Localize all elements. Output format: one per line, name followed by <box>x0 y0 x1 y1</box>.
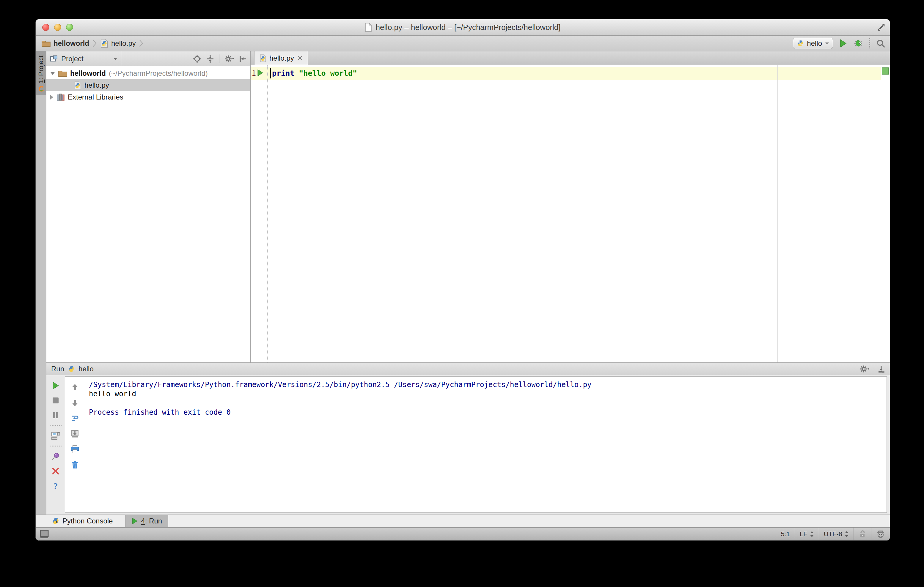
toolbar-separator <box>50 425 61 426</box>
settings-gear-icon[interactable] <box>860 365 870 373</box>
project-view-select[interactable]: Project <box>50 51 121 66</box>
print-icon[interactable] <box>65 441 85 457</box>
settings-gear-icon[interactable] <box>224 55 234 63</box>
run-tool-window-tab[interactable]: 4: Run <box>125 515 168 527</box>
help-button[interactable]: ? <box>46 478 65 493</box>
tree-node-name: External Libraries <box>68 93 124 101</box>
inspection-stripe[interactable] <box>881 65 890 362</box>
project-folder-icon <box>58 70 67 77</box>
collapse-all-icon[interactable] <box>206 55 214 63</box>
run-configuration-select[interactable]: hello <box>793 38 833 49</box>
python-console-tab[interactable]: Python Console <box>48 515 117 527</box>
stop-button[interactable] <box>46 393 65 408</box>
pause-button[interactable] <box>46 408 65 423</box>
toolbar-separator <box>50 446 61 447</box>
spinner-arrows-icon <box>845 531 849 538</box>
pin-tab-button[interactable] <box>46 449 65 464</box>
chevron-right-icon <box>139 39 144 48</box>
editor-tab-hello-py[interactable]: hello.py ✕ <box>254 51 308 65</box>
console-line-stdout: hello world <box>89 390 886 399</box>
hide-panel-down-icon[interactable] <box>877 365 885 373</box>
console-output[interactable]: /System/Library/Frameworks/Python.framew… <box>85 377 886 513</box>
collapsed-arrow-icon[interactable] <box>50 94 53 100</box>
editor-gutter: 1 <box>251 65 268 362</box>
line-number: 1 <box>251 67 256 80</box>
python-file-icon <box>259 54 266 62</box>
project-tree: helloworld (~/PycharmProjects/helloworld… <box>46 66 250 362</box>
toggle-toolwindows-icon[interactable] <box>39 529 50 539</box>
line-separator-widget[interactable]: LF <box>795 528 819 540</box>
editor-tab-label: hello.py <box>269 54 294 62</box>
project-view-icon <box>50 55 58 62</box>
hector-inspector-icon <box>876 530 885 538</box>
tree-node-path: (~/PycharmProjects/helloworld) <box>109 69 208 77</box>
tree-row-hello-py[interactable]: hello.py <box>46 79 250 91</box>
minimize-window-button[interactable] <box>54 24 61 31</box>
line-separator-value: LF <box>800 530 807 538</box>
inspection-ok-indicator[interactable] <box>882 67 889 74</box>
project-tool-window-tab[interactable]: 1: Project <box>36 51 46 95</box>
soft-wrap-icon[interactable] <box>65 411 85 426</box>
down-stack-trace-icon[interactable] <box>65 395 85 411</box>
encoding-widget[interactable]: UTF-8 <box>819 528 853 540</box>
breadcrumb-file[interactable]: hello.py <box>100 39 136 48</box>
status-bar: 5:1 LF UTF-8 <box>36 527 890 540</box>
spinner-arrows-icon <box>810 531 814 538</box>
up-stack-trace-icon[interactable] <box>65 380 85 395</box>
expand-window-icon[interactable] <box>877 23 886 32</box>
navigation-bar: helloworld hello.py hello <box>36 36 890 51</box>
caret-position-widget[interactable]: 5:1 <box>776 528 795 540</box>
close-panel-button[interactable] <box>46 464 65 478</box>
run-arrow-icon <box>131 518 138 525</box>
editor-body[interactable]: 1 print "hello world" <box>251 65 890 362</box>
gutter-run-arrow-icon[interactable] <box>257 69 264 77</box>
inspection-profile-widget[interactable] <box>871 528 890 540</box>
readonly-lock-widget[interactable] <box>853 528 871 540</box>
text-caret <box>270 68 271 79</box>
rerun-button[interactable] <box>46 378 65 393</box>
pycharm-project-icon <box>38 86 44 92</box>
python-icon <box>797 40 804 47</box>
search-icon[interactable] <box>876 39 885 48</box>
unlock-icon <box>859 530 866 538</box>
python-icon <box>68 365 75 373</box>
traffic-lights <box>42 24 73 31</box>
debug-bug-button[interactable] <box>853 39 863 48</box>
python-console-icon <box>52 517 59 525</box>
chevron-down-icon <box>113 58 117 60</box>
zoom-window-button[interactable] <box>66 24 73 31</box>
project-tool-window: Project <box>46 51 251 362</box>
hide-panel-icon[interactable] <box>239 55 247 63</box>
console-line-exit: Process finished with exit code 0 <box>89 408 886 417</box>
run-panel-header: Run hello <box>46 363 890 375</box>
window-title: hello.py – helloworld – [~/PycharmProjec… <box>376 23 560 32</box>
encoding-value: UTF-8 <box>824 530 842 538</box>
run-panel-config-name: hello <box>79 365 94 373</box>
scroll-to-end-icon[interactable] <box>65 426 85 441</box>
run-toolbar-left: ? <box>46 378 65 493</box>
tree-row-external-libraries[interactable]: External Libraries <box>46 91 250 103</box>
run-button[interactable] <box>839 39 847 48</box>
locate-file-icon[interactable] <box>193 55 201 63</box>
title-bar[interactable]: hello.py – helloworld – [~/PycharmProjec… <box>36 19 890 36</box>
expanded-arrow-icon[interactable] <box>50 72 55 75</box>
libraries-books-icon <box>56 93 65 101</box>
code-line-1: print "hello world" <box>272 67 357 80</box>
project-panel-header: Project <box>46 51 250 66</box>
breadcrumb-label: helloworld <box>53 39 89 48</box>
toolbar-separator <box>869 38 870 48</box>
close-window-button[interactable] <box>42 24 50 31</box>
caret-position-value: 5:1 <box>781 530 790 538</box>
clear-all-trash-icon[interactable] <box>65 457 85 472</box>
left-tool-window-stripe: 1: Project <box>36 51 46 515</box>
run-tab-label: 4: Run <box>141 517 162 525</box>
breadcrumb: helloworld hello.py <box>41 39 144 48</box>
run-tool-window: Run hello <box>46 362 890 515</box>
tree-node-name: hello.py <box>84 81 109 89</box>
close-tab-icon[interactable]: ✕ <box>297 55 303 62</box>
breadcrumb-project[interactable]: helloworld <box>41 39 89 48</box>
right-margin-guide <box>777 65 778 362</box>
code-string: "hello world" <box>299 69 357 77</box>
tree-row-project-root[interactable]: helloworld (~/PycharmProjects/helloworld… <box>46 67 250 79</box>
restore-layout-button[interactable] <box>46 428 65 443</box>
